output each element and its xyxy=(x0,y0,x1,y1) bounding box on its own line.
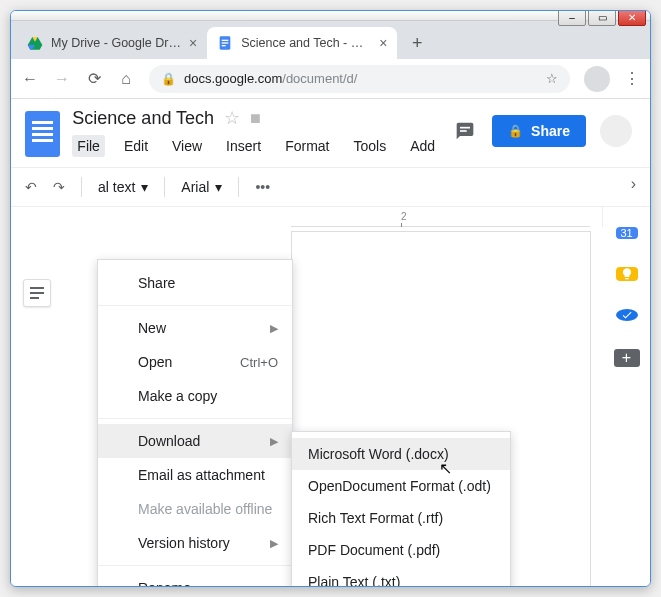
menu-item-share[interactable]: Share xyxy=(98,266,292,300)
new-tab-button[interactable]: + xyxy=(403,29,431,57)
menu-label: Open xyxy=(138,354,230,370)
font-select[interactable]: Arial ▾ xyxy=(181,179,222,195)
back-button[interactable]: ← xyxy=(21,70,39,88)
reload-button[interactable]: ⟳ xyxy=(85,69,103,88)
menu-item-rename[interactable]: Rename xyxy=(98,571,292,586)
drive-icon xyxy=(27,35,43,51)
menu-addons[interactable]: Add xyxy=(405,135,440,157)
url-input[interactable]: 🔒 docs.google.com/document/d/ ☆ xyxy=(149,65,570,93)
window-minimize-button[interactable]: – xyxy=(558,10,586,26)
svg-rect-6 xyxy=(222,45,226,46)
menu-label: Email as attachment xyxy=(138,467,278,483)
docs-logo-icon[interactable] xyxy=(25,111,60,157)
menu-item-open[interactable]: OpenCtrl+O xyxy=(98,345,292,379)
submenu-item-rtf[interactable]: Rich Text Format (.rtf) xyxy=(292,502,510,534)
window-close-button[interactable]: ✕ xyxy=(618,10,646,26)
menu-label: Make a copy xyxy=(138,388,278,404)
tab-close-icon[interactable]: × xyxy=(379,35,387,51)
chevron-down-icon: ▾ xyxy=(215,179,222,195)
menu-bar: File Edit View Insert Format Tools Add xyxy=(72,135,440,157)
ruler-tick: 2 xyxy=(401,211,407,222)
menu-shortcut: Ctrl+O xyxy=(240,355,278,370)
side-panel: 31 + xyxy=(602,207,650,227)
menu-view[interactable]: View xyxy=(167,135,207,157)
home-button[interactable]: ⌂ xyxy=(117,70,135,88)
share-button[interactable]: 🔒 Share xyxy=(492,115,586,147)
menu-insert[interactable]: Insert xyxy=(221,135,266,157)
docs-toolbar: ↶ ↷ al text ▾ Arial ▾ ••• xyxy=(11,167,650,207)
svg-rect-4 xyxy=(222,40,229,41)
submenu-item-pdf[interactable]: PDF Document (.pdf) xyxy=(292,534,510,566)
more-tools-button[interactable]: ••• xyxy=(255,179,270,195)
window-maximize-button[interactable]: ▭ xyxy=(588,10,616,26)
svg-rect-11 xyxy=(30,297,39,299)
menu-item-new[interactable]: New▶ xyxy=(98,311,292,345)
share-label: Share xyxy=(531,123,570,139)
menu-item-offline[interactable]: Make available offline xyxy=(98,492,292,526)
addons-plus-icon[interactable]: + xyxy=(614,349,640,367)
keep-icon[interactable] xyxy=(616,267,638,281)
tab-title: Science and Tech - Google xyxy=(241,36,371,50)
lock-icon: 🔒 xyxy=(508,124,523,138)
redo-button[interactable]: ↷ xyxy=(53,179,65,195)
menu-item-email-attachment[interactable]: Email as attachment xyxy=(98,458,292,492)
tab-strip: My Drive - Google Drive × Science and Te… xyxy=(11,21,650,59)
forward-button[interactable]: → xyxy=(53,70,71,88)
submenu-item-txt[interactable]: Plain Text (.txt) xyxy=(292,566,510,586)
profile-avatar[interactable] xyxy=(584,66,610,92)
menu-tools[interactable]: Tools xyxy=(348,135,391,157)
separator xyxy=(164,177,165,197)
document-title[interactable]: Science and Tech xyxy=(72,108,214,129)
address-bar: ← → ⟳ ⌂ 🔒 docs.google.com/document/d/ ☆ … xyxy=(11,59,650,99)
menu-label: Version history xyxy=(138,535,260,551)
browser-tab-docs[interactable]: Science and Tech - Google × xyxy=(207,27,397,59)
menu-item-version-history[interactable]: Version history▶ xyxy=(98,526,292,560)
svg-rect-8 xyxy=(460,130,467,132)
separator xyxy=(238,177,239,197)
paragraph-style-select[interactable]: al text ▾ xyxy=(98,179,148,195)
separator xyxy=(81,177,82,197)
menu-separator xyxy=(98,305,292,306)
menu-file[interactable]: File xyxy=(72,135,105,157)
menu-label: Make available offline xyxy=(138,501,278,517)
undo-button[interactable]: ↶ xyxy=(25,179,37,195)
menu-format[interactable]: Format xyxy=(280,135,334,157)
calendar-icon[interactable]: 31 xyxy=(616,227,638,239)
submenu-item-docx[interactable]: Microsoft Word (.docx) xyxy=(292,438,510,470)
svg-rect-7 xyxy=(460,127,470,129)
font-label: Arial xyxy=(181,179,209,195)
menu-edit[interactable]: Edit xyxy=(119,135,153,157)
menu-item-make-copy[interactable]: Make a copy xyxy=(98,379,292,413)
download-submenu: Microsoft Word (.docx) OpenDocument Form… xyxy=(291,431,511,586)
url-path: /document/d/ xyxy=(282,71,357,86)
outline-toggle[interactable] xyxy=(23,279,51,307)
window-titlebar: – ▭ ✕ xyxy=(11,11,650,21)
browser-menu-icon[interactable]: ⋮ xyxy=(624,69,640,88)
star-icon[interactable]: ☆ xyxy=(224,107,240,129)
comments-icon[interactable] xyxy=(452,120,478,142)
url-host: docs.google.com xyxy=(184,71,282,86)
submenu-arrow-icon: ▶ xyxy=(270,322,278,335)
chevron-right-icon[interactable]: › xyxy=(631,175,636,193)
menu-separator xyxy=(98,418,292,419)
menu-item-download[interactable]: Download▶ xyxy=(98,424,292,458)
folder-icon[interactable]: ■ xyxy=(250,108,261,129)
account-avatar[interactable] xyxy=(600,115,632,147)
style-label: al text xyxy=(98,179,135,195)
svg-rect-10 xyxy=(30,292,44,294)
menu-separator xyxy=(98,565,292,566)
tab-title: My Drive - Google Drive xyxy=(51,36,181,50)
tasks-icon[interactable] xyxy=(616,309,638,321)
lock-icon: 🔒 xyxy=(161,72,176,86)
svg-rect-9 xyxy=(30,287,44,289)
browser-tab-drive[interactable]: My Drive - Google Drive × xyxy=(17,27,207,59)
bookmark-star-icon[interactable]: ☆ xyxy=(546,71,558,86)
ruler: 2 xyxy=(291,211,590,227)
menu-label: Rename xyxy=(138,580,278,586)
tab-close-icon[interactable]: × xyxy=(189,35,197,51)
file-menu-dropdown: Share New▶ OpenCtrl+O Make a copy Downlo… xyxy=(97,259,293,586)
docs-header: Science and Tech ☆ ■ File Edit View Inse… xyxy=(11,99,650,157)
submenu-item-odt[interactable]: OpenDocument Format (.odt) xyxy=(292,470,510,502)
docs-icon xyxy=(217,35,233,51)
submenu-arrow-icon: ▶ xyxy=(270,435,278,448)
